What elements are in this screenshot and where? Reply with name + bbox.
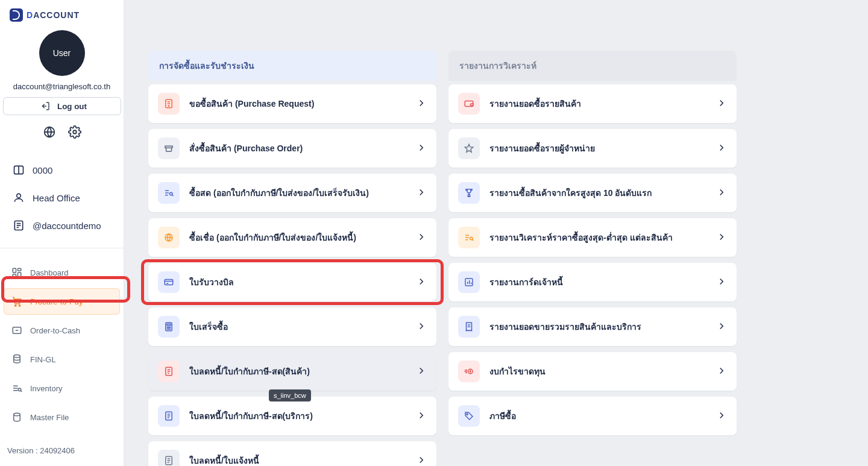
tray-icon (158, 137, 180, 159)
left-row-8[interactable]: ใบลดหนี้/ใบแจ้งหนี้ (148, 441, 436, 466)
svg-point-44 (168, 329, 169, 329)
right-row-0[interactable]: รายงานยอดซื้อรายสินค้า (448, 84, 737, 123)
svg-point-17 (14, 355, 20, 358)
svg-point-41 (168, 327, 169, 327)
right-row-1[interactable]: รายงานยอดซื้อรายผู้จำหน่าย (448, 129, 737, 168)
nav-list: DashboardProcure-to-PayOrder-to-CashFIN-… (0, 248, 124, 438)
logout-icon (37, 98, 54, 115)
left-row-0[interactable]: ขอซื้อสินค้า (Purchase Request) (148, 84, 436, 123)
svg-point-32 (170, 192, 173, 195)
row-label: ใบรับวางบิล (189, 276, 406, 289)
sidebar-item-inventory[interactable]: Inventory (4, 375, 120, 401)
left-row-4[interactable]: ใบรับวางบิล (148, 263, 436, 301)
doc-lines-icon (158, 361, 180, 382)
row-label: ใบลดหนี้/ใบกำกับภาษี-สด(สินค้า) (189, 365, 406, 378)
chevron-right-icon (716, 98, 727, 110)
globe-gear-icon (158, 227, 180, 248)
avatar[interactable]: User (39, 30, 85, 76)
svg-point-2 (73, 130, 77, 134)
svg-point-43 (167, 329, 168, 329)
svg-point-21 (18, 388, 21, 391)
left-row-5[interactable]: ใบเสร็จซื้อ (148, 307, 436, 346)
list-search-icon (158, 182, 180, 204)
org-code-icon (12, 163, 25, 177)
trophy-icon (458, 182, 480, 204)
doc-lines-icon (158, 405, 180, 427)
svg-rect-39 (167, 324, 171, 326)
tooltip: s_iinv_bcw (269, 389, 311, 401)
panel-procurement: การจัดซื้อและรับชำระเงิน ขอซื้อสินค้า (P… (148, 51, 436, 466)
right-row-4[interactable]: รายงานการ์ดเจ้าหนี้ (448, 263, 737, 301)
logout-button[interactable]: Log out (3, 97, 121, 115)
nav-label: Master File (30, 413, 69, 422)
right-row-3[interactable]: รายงานวิเคราะห์ราคาซื้อสูงสุด-ต่ำสุด แต่… (448, 218, 737, 257)
coin-fast-icon (458, 361, 480, 382)
calc-icon (158, 316, 180, 338)
left-row-6[interactable]: ใบลดหนี้/ใบกำกับภาษี-สด(สินค้า) s_iinv_b… (148, 352, 436, 391)
chevron-right-icon (416, 321, 427, 333)
org-code[interactable]: 0000 (0, 156, 124, 184)
user-block: User daccount@trianglesoft.co.th Log out (0, 25, 124, 153)
gear-icon[interactable] (66, 124, 83, 140)
org-handle[interactable]: @daccountdemo (0, 212, 124, 239)
chart-box-icon (458, 271, 480, 293)
brand-text: DACCOUNT (27, 10, 80, 20)
chevron-right-icon (416, 455, 427, 467)
nav-icon-dashboard (11, 266, 23, 279)
svg-marker-63 (465, 144, 473, 152)
sidebar-item-fin-gl[interactable]: FIN-GL (4, 346, 120, 373)
left-row-1[interactable]: สั่งซื้อสินค้า (Purchase Order) (148, 129, 436, 168)
row-label: ใบเสร็จซื้อ (189, 320, 406, 333)
nav-label: Procure-to-Pay (30, 297, 83, 306)
row-label: ขอซื้อสินค้า (Purchase Request) (189, 97, 406, 110)
row-label: ใบลดหนี้/ใบกำกับภาษี-สด(บริการ) (189, 409, 406, 423)
nav-label: Inventory (30, 384, 62, 393)
chevron-right-icon (716, 142, 727, 155)
nav-label: Order-to-Cash (30, 326, 80, 335)
card-icon (158, 271, 180, 293)
svg-point-14 (15, 305, 16, 306)
row-label: รายงานซื้อสินค้าจากใครสูงสุด 10 อันดับแร… (489, 186, 706, 200)
row-label: งบกำไรขาดทุน (489, 365, 706, 378)
sidebar-item-order-to-cash[interactable]: Order-to-Cash (4, 317, 120, 344)
chevron-right-icon (416, 276, 427, 289)
svg-rect-10 (13, 268, 16, 272)
nav-icon-order-to-cash (11, 324, 23, 336)
svg-rect-11 (18, 268, 21, 271)
left-row-7[interactable]: ใบลดหนี้/ใบกำกับภาษี-สด(บริการ) (148, 397, 436, 435)
row-label: ใบลดหนี้/ใบแจ้งหนี้ (189, 454, 406, 466)
svg-point-15 (19, 305, 20, 306)
org-office[interactable]: Head Office (0, 184, 124, 212)
nav-icon-procure-to-pay (11, 295, 23, 307)
chevron-right-icon (716, 231, 727, 244)
doc-plus-icon (158, 93, 180, 115)
svg-line-68 (473, 239, 474, 241)
panel-procurement-body: ขอซื้อสินค้า (Purchase Request) สั่งซื้อ… (148, 81, 436, 466)
panel-reports-title: รายงานการวิเคราะห์ (448, 51, 737, 81)
svg-point-67 (470, 237, 473, 240)
chevron-right-icon (416, 98, 427, 110)
brand-logo-icon (10, 8, 23, 22)
left-row-2[interactable]: ซื้อสด (ออกใบกำกับภาษี/ใบส่งของ/ใบเสร็จร… (148, 174, 436, 212)
logout-label: Log out (57, 102, 87, 111)
nav-label: Dashboard (30, 268, 69, 277)
svg-point-5 (17, 194, 21, 198)
left-row-3[interactable]: ซื้อเชื่อ (ออกใบกำกับภาษี/ใบส่งของ/ใบแจ้… (148, 218, 436, 257)
chevron-right-icon (716, 410, 727, 423)
main-content: การจัดซื้อและรับชำระเงิน ขอซื้อสินค้า (P… (124, 0, 868, 466)
sidebar-item-procure-to-pay[interactable]: Procure-to-Pay (4, 288, 120, 315)
right-row-7[interactable]: ภาษีซื้อ (448, 397, 737, 435)
right-row-6[interactable]: งบกำไรขาดทุน (448, 352, 737, 391)
right-row-2[interactable]: รายงานซื้อสินค้าจากใครสูงสุด 10 อันดับแร… (448, 174, 737, 212)
right-row-5[interactable]: รายงานยอดขายรวมรายสินค้าและบริการ (448, 307, 737, 346)
svg-line-22 (20, 391, 22, 392)
org-code-label: 0000 (33, 165, 52, 175)
sidebar-item-master-file[interactable]: Master File (4, 404, 120, 430)
sidebar-item-dashboard[interactable]: Dashboard (4, 259, 120, 286)
doc-lines-icon (158, 450, 180, 466)
svg-point-40 (167, 327, 168, 327)
panel-procurement-title: การจัดซื้อและรับชำระเงิน (148, 51, 436, 81)
svg-line-33 (172, 195, 174, 196)
language-icon[interactable] (41, 124, 58, 140)
row-label: รายงานวิเคราะห์ราคาซื้อสูงสุด-ต่ำสุด แต่… (489, 231, 706, 244)
